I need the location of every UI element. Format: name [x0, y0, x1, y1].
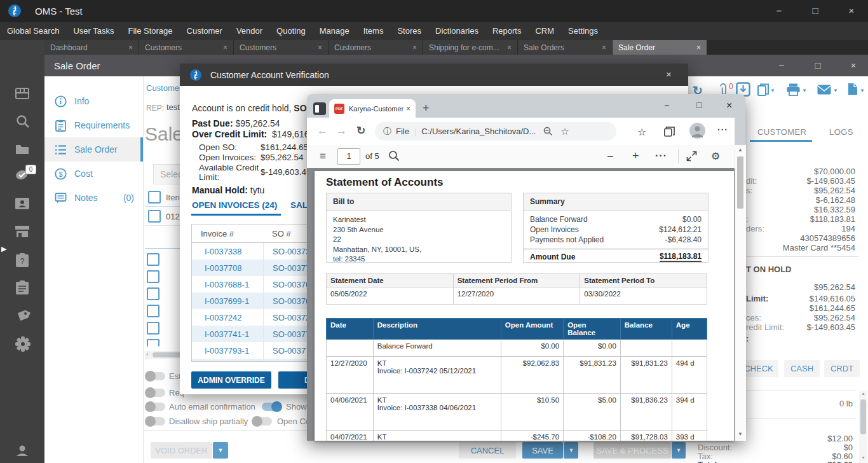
browser-close-button[interactable]: ×	[726, 100, 732, 111]
nav-item-info[interactable]: Info	[44, 89, 143, 113]
menu-crm[interactable]: CRM	[528, 22, 561, 40]
print-caret-icon[interactable]: ▼	[802, 88, 807, 93]
document-icon[interactable]	[848, 83, 858, 95]
save-process-button[interactable]: SAVE & PROCESS	[593, 442, 671, 459]
tab-customers-2[interactable]: Customers×	[234, 40, 329, 55]
settings-gear-icon[interactable]	[15, 336, 31, 352]
collections-icon[interactable]	[664, 127, 675, 137]
tab-shipping[interactable]: Shipping for e-com...×	[423, 40, 518, 55]
pdf-scroll-down-icon[interactable]: ▼	[738, 431, 743, 437]
menu-user-tasks[interactable]: User Tasks	[66, 22, 121, 40]
tab-close-icon[interactable]: ×	[412, 43, 417, 52]
tab-open-invoices[interactable]: OPEN INVOICES (24)	[192, 200, 277, 210]
items-select-all-checkbox[interactable]	[148, 191, 161, 204]
show-toggle[interactable]	[262, 403, 281, 411]
tab-close-icon[interactable]: ×	[507, 43, 512, 52]
profile-icon[interactable]	[16, 445, 29, 457]
scroll-down-icon[interactable]: ▼	[861, 455, 865, 460]
pdf-toc-icon[interactable]: ≡	[320, 150, 326, 163]
row-checkbox[interactable]	[147, 270, 159, 283]
pdf-page-input[interactable]: 1	[337, 148, 360, 165]
nav-item-notes[interactable]: Notes (0)	[44, 186, 143, 210]
pdf-settings-icon[interactable]: ⚙	[711, 150, 720, 162]
pdf-zoom-in-icon[interactable]: +	[632, 149, 639, 163]
pdf-search-icon[interactable]	[388, 150, 400, 162]
browser-refresh-icon[interactable]: ↻	[356, 124, 365, 137]
dialog-close-button[interactable]: ×	[666, 69, 672, 79]
page-info-icon[interactable]: ⓘ	[383, 126, 391, 137]
so-maximize-button[interactable]: □	[811, 60, 824, 71]
req-toggle[interactable]	[146, 389, 165, 397]
print-icon[interactable]	[787, 83, 800, 96]
clipboard-question-icon[interactable]: ?	[16, 253, 29, 267]
row-checkbox[interactable]	[147, 305, 159, 317]
pdf-vscrollbar[interactable]: ▲ ▼	[735, 145, 746, 441]
browser-maximize-button[interactable]: □	[696, 100, 702, 110]
browser-back-icon[interactable]: ←	[317, 125, 328, 137]
email-icon[interactable]	[817, 85, 831, 95]
document-caret-icon[interactable]: ▼	[860, 88, 865, 93]
so-minimize-button[interactable]: −	[775, 60, 788, 71]
address-url[interactable]: C:/Users/Karina_Shchitova/D...	[421, 127, 536, 136]
save-caret-button[interactable]: ▼	[564, 442, 578, 459]
files-icon[interactable]	[15, 143, 29, 154]
browser-minimize-button[interactable]: −	[664, 100, 670, 111]
void-order-caret-button[interactable]: ▼	[213, 442, 228, 459]
tab-customers-3[interactable]: Customers×	[329, 40, 423, 55]
row-checkbox[interactable]	[147, 339, 159, 347]
menu-reports[interactable]: Reports	[485, 22, 529, 40]
estimate-toggle[interactable]	[146, 372, 165, 380]
menu-customer[interactable]: Customer	[180, 22, 229, 40]
pdf-more-icon[interactable]: ···	[655, 150, 667, 162]
pdf-scroll-thumb[interactable]	[737, 156, 743, 209]
profile-avatar[interactable]	[689, 123, 705, 139]
tab-close-icon[interactable]: ×	[318, 43, 322, 52]
void-order-button[interactable]: VOID ORDER	[151, 442, 212, 459]
menu-stores[interactable]: Stores	[390, 22, 428, 40]
menu-quoting[interactable]: Quoting	[269, 22, 313, 40]
admin-override-button[interactable]: ADMIN OVERRIDE	[191, 371, 271, 389]
store-icon[interactable]	[15, 226, 29, 237]
app-minimize-button[interactable]: −	[773, 5, 785, 17]
rail-expand-arrow-icon[interactable]: ▶	[1, 245, 6, 253]
scroll-up-icon[interactable]: ▲	[861, 391, 865, 396]
menu-items[interactable]: Items	[356, 22, 391, 40]
tab-sale-orders[interactable]: Sale Orders×	[518, 40, 613, 55]
copy-caret-icon[interactable]: ▼	[770, 88, 775, 93]
nav-item-requirements[interactable]: Requirements	[44, 113, 143, 137]
add-favorite-icon[interactable]: ☆	[560, 126, 569, 137]
address-bar[interactable]: ⓘ File | C:/Users/Karina_Shchitova/D... …	[375, 122, 616, 141]
cancel-button[interactable]: CANCEL	[459, 442, 516, 459]
scroll-left-icon[interactable]: ‹	[146, 350, 149, 357]
vscroll-thumb[interactable]	[860, 399, 866, 434]
open-con-toggle[interactable]	[253, 417, 272, 425]
credit-payment-button[interactable]: CRDT	[824, 360, 860, 377]
item-row-checkbox[interactable]	[148, 210, 161, 223]
pdf-scroll-up-icon[interactable]: ▲	[738, 147, 743, 153]
browser-tab-close-icon[interactable]: ×	[406, 104, 410, 113]
tab-close-icon[interactable]: ×	[223, 43, 227, 52]
menu-global-search[interactable]: Global Search	[0, 22, 66, 40]
row-checkbox[interactable]	[147, 322, 159, 335]
auto-email-toggle[interactable]	[146, 403, 165, 411]
tab-sale-order[interactable]: Sale Order×	[613, 40, 707, 55]
tab-customer-panel[interactable]: CUSTOMER	[757, 127, 806, 137]
browser-workspaces-icon[interactable]	[313, 102, 326, 115]
browser-tab[interactable]: PDF Karyna-Customer-Statement-202 ×	[329, 99, 416, 118]
tag-icon[interactable]	[15, 309, 31, 324]
zoom-out-page-icon[interactable]	[543, 127, 553, 136]
contact-card-icon[interactable]	[15, 198, 29, 209]
browser-menu-icon[interactable]: ···	[717, 125, 728, 135]
save-process-caret-button[interactable]: ▼	[672, 442, 686, 459]
tab-close-icon[interactable]: ×	[602, 43, 606, 52]
disallow-ship-toggle[interactable]	[146, 417, 165, 425]
dashboard-icon[interactable]	[15, 88, 29, 99]
so-close-button[interactable]: ×	[847, 60, 860, 71]
tab-logs-panel[interactable]: LOGS	[829, 127, 853, 137]
tab-customers-1[interactable]: Customers×	[139, 40, 234, 55]
row-checkbox[interactable]	[147, 287, 159, 300]
tab-close-icon[interactable]: ×	[128, 43, 133, 52]
clipboard-list-icon[interactable]	[16, 280, 29, 294]
rep-value[interactable]: test	[166, 102, 180, 112]
nav-item-sale-order[interactable]: Sale Order	[44, 137, 143, 162]
